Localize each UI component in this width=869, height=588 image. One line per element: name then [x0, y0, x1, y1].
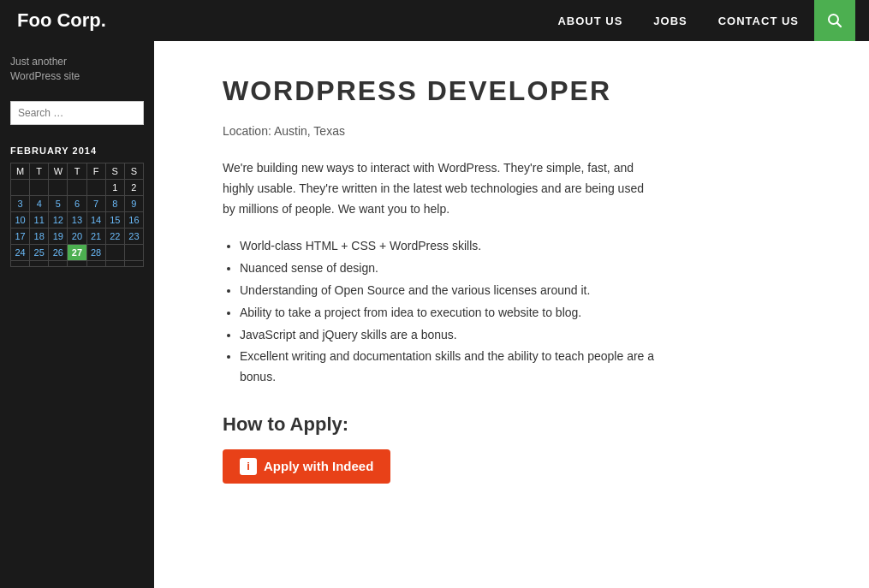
calendar-day — [124, 260, 143, 266]
calendar-day — [11, 179, 30, 195]
search-icon-button[interactable] — [814, 0, 855, 41]
main-content: WORDPRESS DEVELOPER Location: Austin, Te… — [154, 41, 869, 588]
svg-line-1 — [837, 23, 842, 27]
calendar-day — [105, 244, 124, 260]
cal-day-f: F — [86, 163, 105, 179]
apply-with-indeed-button[interactable]: i Apply with Indeed — [223, 449, 390, 484]
calendar-day[interactable]: 11 — [30, 211, 49, 228]
site-title[interactable]: Foo Corp. — [17, 9, 106, 32]
calendar-day[interactable]: 15 — [105, 211, 124, 228]
calendar-day[interactable]: 8 — [105, 195, 124, 211]
calendar-day: 27 — [68, 244, 86, 260]
calendar-day — [49, 260, 68, 266]
job-location: Location: Austin, Texas — [223, 124, 818, 138]
calendar-section: FEBRUARY 2014 M T W T F S S 123456789101… — [10, 146, 144, 267]
calendar-day[interactable]: 26 — [49, 244, 68, 260]
calendar-day[interactable]: 3 — [11, 195, 30, 211]
calendar-day[interactable]: 6 — [68, 195, 86, 211]
job-title: WORDPRESS DEVELOPER — [223, 75, 818, 107]
calendar-day — [86, 260, 105, 266]
site-title-wrap: Foo Corp. — [17, 9, 106, 32]
calendar-month-label: FEBRUARY 2014 — [10, 146, 144, 156]
nav-contact-us[interactable]: CONTACT US — [703, 0, 814, 41]
calendar-day[interactable]: 13 — [68, 211, 86, 228]
calendar-day[interactable]: 24 — [11, 244, 30, 260]
calendar-header-row: M T W T F S S — [11, 163, 144, 179]
calendar-day[interactable]: 18 — [30, 228, 49, 244]
calendar-day — [49, 179, 68, 195]
cal-day-s1: S — [105, 163, 124, 179]
calendar-day: 1 — [105, 179, 124, 195]
calendar-day — [68, 179, 86, 195]
requirement-item: Nuanced sense of design. — [240, 258, 668, 279]
requirements-list: World-class HTML + CSS + WordPress skill… — [240, 236, 668, 388]
calendar-day[interactable]: 4 — [30, 195, 49, 211]
calendar-body: 1234567891011121314151617181920212223242… — [11, 179, 144, 266]
calendar-day[interactable]: 28 — [86, 244, 105, 260]
calendar-day[interactable]: 17 — [11, 228, 30, 244]
calendar-day[interactable]: 12 — [49, 211, 68, 228]
calendar-table: M T W T F S S 12345678910111213141516171… — [10, 163, 144, 267]
cal-day-m: M — [11, 163, 30, 179]
calendar-day[interactable]: 10 — [11, 211, 30, 228]
calendar-day — [124, 244, 143, 260]
job-description: We're building new ways to interact with… — [223, 158, 651, 219]
calendar-day — [11, 260, 30, 266]
cal-day-s2: S — [124, 163, 143, 179]
calendar-day — [30, 260, 49, 266]
requirement-item: World-class HTML + CSS + WordPress skill… — [240, 236, 668, 257]
requirement-item: JavaScript and jQuery skills are a bonus… — [240, 325, 668, 346]
calendar-day[interactable]: 14 — [86, 211, 105, 228]
calendar-day[interactable]: 23 — [124, 228, 143, 244]
calendar-week-row — [11, 260, 144, 266]
calendar-day[interactable]: 9 — [124, 195, 143, 211]
cal-day-t2: T — [68, 163, 86, 179]
main-nav: ABOUT US JOBS CONTACT US — [542, 0, 855, 41]
calendar-day — [68, 260, 86, 266]
calendar-week-row: 17181920212223 — [11, 228, 144, 244]
nav-jobs[interactable]: JOBS — [638, 0, 702, 41]
calendar-week-row: 10111213141516 — [11, 211, 144, 228]
calendar-day[interactable]: 20 — [68, 228, 86, 244]
calendar-day — [86, 179, 105, 195]
calendar-week-row: 3456789 — [11, 195, 144, 211]
apply-btn-label: Apply with Indeed — [264, 459, 373, 473]
site-header: Foo Corp. ABOUT US JOBS CONTACT US — [0, 0, 869, 41]
page-layout: Just another WordPress site FEBRUARY 201… — [0, 41, 869, 588]
search-input[interactable] — [10, 101, 144, 125]
requirement-item: Excellent writing and documentation skil… — [240, 347, 668, 388]
requirement-item: Ability to take a project from idea to e… — [240, 303, 668, 324]
calendar-day[interactable]: 19 — [49, 228, 68, 244]
calendar-day: 2 — [124, 179, 143, 195]
search-icon — [827, 13, 842, 28]
calendar-day — [105, 260, 124, 266]
calendar-week-row: 2425262728 — [11, 244, 144, 260]
calendar-day[interactable]: 21 — [86, 228, 105, 244]
how-to-apply-heading: How to Apply: — [223, 413, 818, 436]
calendar-day — [30, 179, 49, 195]
calendar-day[interactable]: 5 — [49, 195, 68, 211]
nav-about-us[interactable]: ABOUT US — [542, 0, 638, 41]
calendar-day[interactable]: 25 — [30, 244, 49, 260]
calendar-day[interactable]: 22 — [105, 228, 124, 244]
indeed-icon: i — [240, 458, 257, 475]
calendar-week-row: 12 — [11, 179, 144, 195]
calendar-day[interactable]: 16 — [124, 211, 143, 228]
requirement-item: Understanding of Open Source and the var… — [240, 281, 668, 301]
sidebar: Just another WordPress site FEBRUARY 201… — [0, 41, 154, 588]
calendar-day[interactable]: 7 — [86, 195, 105, 211]
cal-day-w: W — [49, 163, 68, 179]
sidebar-tagline: Just another WordPress site — [10, 55, 144, 84]
cal-day-t1: T — [30, 163, 49, 179]
